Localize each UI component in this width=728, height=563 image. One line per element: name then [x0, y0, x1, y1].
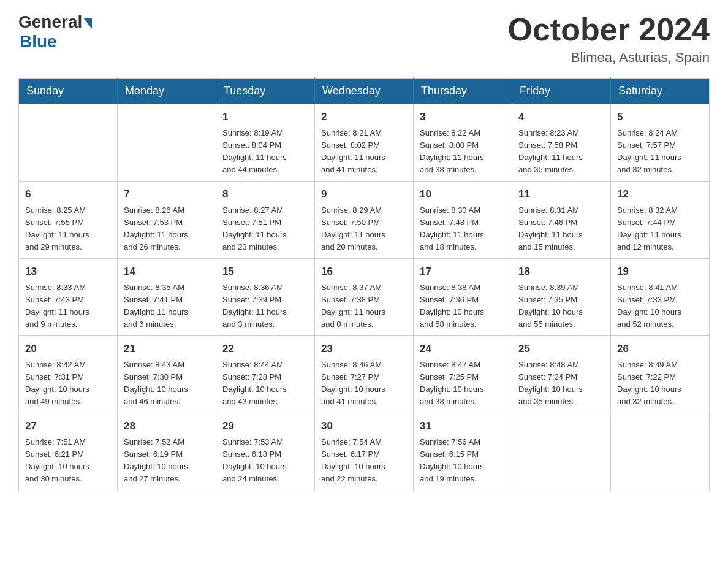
calendar-cell: 6Sunrise: 8:25 AM Sunset: 7:55 PM Daylig…: [19, 182, 118, 259]
day-number: 8: [222, 186, 308, 202]
day-info: Sunrise: 8:27 AM Sunset: 7:51 PM Dayligh…: [222, 204, 308, 254]
calendar-day-header-saturday: Saturday: [611, 79, 710, 104]
day-number: 10: [420, 186, 506, 202]
day-info: Sunrise: 8:19 AM Sunset: 8:04 PM Dayligh…: [222, 127, 308, 177]
day-info: Sunrise: 8:49 AM Sunset: 7:22 PM Dayligh…: [617, 359, 703, 408]
day-number: 27: [25, 418, 111, 434]
calendar-cell: 1Sunrise: 8:19 AM Sunset: 8:04 PM Daylig…: [216, 104, 315, 182]
calendar-cell: 17Sunrise: 8:38 AM Sunset: 7:36 PM Dayli…: [414, 259, 512, 336]
calendar-cell: 31Sunrise: 7:56 AM Sunset: 6:15 PM Dayli…: [414, 413, 512, 491]
day-number: 15: [222, 264, 308, 280]
day-info: Sunrise: 8:31 AM Sunset: 7:46 PM Dayligh…: [518, 204, 604, 254]
calendar-cell: 11Sunrise: 8:31 AM Sunset: 7:46 PM Dayli…: [512, 182, 611, 259]
calendar-table: SundayMondayTuesdayWednesdayThursdayFrid…: [18, 78, 710, 491]
calendar-cell: 22Sunrise: 8:44 AM Sunset: 7:28 PM Dayli…: [216, 336, 315, 413]
day-number: 22: [222, 341, 308, 357]
day-info: Sunrise: 8:38 AM Sunset: 7:36 PM Dayligh…: [420, 282, 506, 331]
logo-blue-text: Blue: [20, 32, 57, 52]
day-number: 26: [617, 341, 703, 357]
logo-arrow-icon: [83, 18, 92, 29]
calendar-cell: 19Sunrise: 8:41 AM Sunset: 7:33 PM Dayli…: [611, 259, 710, 336]
page-header: General Blue October 2024 Blimea, Asturi…: [18, 12, 710, 66]
day-number: 5: [617, 109, 703, 125]
day-number: 24: [420, 341, 506, 357]
calendar-day-header-friday: Friday: [512, 79, 611, 104]
title-area: October 2024 Blimea, Asturias, Spain: [508, 12, 710, 66]
day-info: Sunrise: 8:24 AM Sunset: 7:57 PM Dayligh…: [617, 127, 703, 177]
day-number: 2: [321, 109, 407, 125]
day-info: Sunrise: 8:25 AM Sunset: 7:55 PM Dayligh…: [25, 204, 111, 254]
calendar-cell: 25Sunrise: 8:48 AM Sunset: 7:24 PM Dayli…: [512, 336, 611, 413]
calendar-cell: 10Sunrise: 8:30 AM Sunset: 7:48 PM Dayli…: [414, 182, 512, 259]
month-title: October 2024: [508, 12, 710, 47]
day-info: Sunrise: 8:48 AM Sunset: 7:24 PM Dayligh…: [518, 359, 604, 408]
calendar-cell: 15Sunrise: 8:36 AM Sunset: 7:39 PM Dayli…: [216, 259, 315, 336]
logo: General Blue: [18, 12, 92, 52]
calendar-day-header-monday: Monday: [118, 79, 216, 104]
day-number: 28: [124, 418, 210, 434]
day-number: 13: [25, 264, 111, 280]
day-info: Sunrise: 8:30 AM Sunset: 7:48 PM Dayligh…: [420, 204, 506, 254]
day-number: 23: [321, 341, 407, 357]
calendar-cell: 30Sunrise: 7:54 AM Sunset: 6:17 PM Dayli…: [315, 413, 414, 491]
calendar-week-row: 1Sunrise: 8:19 AM Sunset: 8:04 PM Daylig…: [19, 104, 710, 182]
day-number: 17: [420, 264, 506, 280]
day-number: 31: [420, 418, 506, 434]
calendar-cell: 3Sunrise: 8:22 AM Sunset: 8:00 PM Daylig…: [414, 104, 512, 182]
calendar-week-row: 20Sunrise: 8:42 AM Sunset: 7:31 PM Dayli…: [19, 336, 710, 413]
calendar-cell: 9Sunrise: 8:29 AM Sunset: 7:50 PM Daylig…: [315, 182, 414, 259]
day-info: Sunrise: 7:52 AM Sunset: 6:19 PM Dayligh…: [124, 436, 210, 486]
calendar-day-header-wednesday: Wednesday: [315, 79, 414, 104]
day-info: Sunrise: 8:47 AM Sunset: 7:25 PM Dayligh…: [420, 359, 506, 408]
day-info: Sunrise: 7:51 AM Sunset: 6:21 PM Dayligh…: [25, 436, 111, 486]
day-number: 16: [321, 264, 407, 280]
day-number: 4: [518, 109, 604, 125]
day-info: Sunrise: 8:37 AM Sunset: 7:38 PM Dayligh…: [321, 282, 407, 331]
day-number: 30: [321, 418, 407, 434]
calendar-cell: 8Sunrise: 8:27 AM Sunset: 7:51 PM Daylig…: [216, 182, 315, 259]
calendar-cell: 23Sunrise: 8:46 AM Sunset: 7:27 PM Dayli…: [315, 336, 414, 413]
calendar-cell: 5Sunrise: 8:24 AM Sunset: 7:57 PM Daylig…: [611, 104, 710, 182]
day-info: Sunrise: 8:33 AM Sunset: 7:43 PM Dayligh…: [25, 282, 111, 331]
day-info: Sunrise: 8:39 AM Sunset: 7:35 PM Dayligh…: [518, 282, 604, 331]
day-info: Sunrise: 8:21 AM Sunset: 8:02 PM Dayligh…: [321, 127, 407, 177]
day-number: 25: [518, 341, 604, 357]
calendar-cell: [19, 104, 118, 182]
calendar-header-row: SundayMondayTuesdayWednesdayThursdayFrid…: [19, 79, 710, 104]
day-info: Sunrise: 8:35 AM Sunset: 7:41 PM Dayligh…: [124, 282, 210, 331]
calendar-day-header-thursday: Thursday: [414, 79, 512, 104]
day-info: Sunrise: 8:36 AM Sunset: 7:39 PM Dayligh…: [222, 282, 308, 331]
day-info: Sunrise: 8:42 AM Sunset: 7:31 PM Dayligh…: [25, 359, 111, 408]
calendar-week-row: 27Sunrise: 7:51 AM Sunset: 6:21 PM Dayli…: [19, 413, 710, 491]
logo-general-text: General: [18, 12, 82, 32]
day-info: Sunrise: 8:32 AM Sunset: 7:44 PM Dayligh…: [617, 204, 703, 254]
calendar-cell: [512, 413, 611, 491]
calendar-week-row: 6Sunrise: 8:25 AM Sunset: 7:55 PM Daylig…: [19, 182, 710, 259]
location-title: Blimea, Asturias, Spain: [508, 50, 710, 66]
calendar-cell: 26Sunrise: 8:49 AM Sunset: 7:22 PM Dayli…: [611, 336, 710, 413]
calendar-cell: [611, 413, 710, 491]
day-info: Sunrise: 8:26 AM Sunset: 7:53 PM Dayligh…: [124, 204, 210, 254]
day-number: 12: [617, 186, 703, 202]
calendar-cell: 12Sunrise: 8:32 AM Sunset: 7:44 PM Dayli…: [611, 182, 710, 259]
day-number: 11: [518, 186, 604, 202]
calendar-cell: 20Sunrise: 8:42 AM Sunset: 7:31 PM Dayli…: [19, 336, 118, 413]
day-number: 19: [617, 264, 703, 280]
day-info: Sunrise: 8:29 AM Sunset: 7:50 PM Dayligh…: [321, 204, 407, 254]
day-number: 9: [321, 186, 407, 202]
calendar-week-row: 13Sunrise: 8:33 AM Sunset: 7:43 PM Dayli…: [19, 259, 710, 336]
day-number: 21: [124, 341, 210, 357]
day-number: 1: [222, 109, 308, 125]
calendar-cell: 13Sunrise: 8:33 AM Sunset: 7:43 PM Dayli…: [19, 259, 118, 336]
calendar-cell: 24Sunrise: 8:47 AM Sunset: 7:25 PM Dayli…: [414, 336, 512, 413]
calendar-cell: 18Sunrise: 8:39 AM Sunset: 7:35 PM Dayli…: [512, 259, 611, 336]
calendar-cell: 28Sunrise: 7:52 AM Sunset: 6:19 PM Dayli…: [118, 413, 216, 491]
day-info: Sunrise: 8:41 AM Sunset: 7:33 PM Dayligh…: [617, 282, 703, 331]
day-info: Sunrise: 8:43 AM Sunset: 7:30 PM Dayligh…: [124, 359, 210, 408]
calendar-cell: 7Sunrise: 8:26 AM Sunset: 7:53 PM Daylig…: [118, 182, 216, 259]
day-info: Sunrise: 8:23 AM Sunset: 7:58 PM Dayligh…: [518, 127, 604, 177]
day-number: 20: [25, 341, 111, 357]
day-info: Sunrise: 7:53 AM Sunset: 6:18 PM Dayligh…: [222, 436, 308, 486]
calendar-cell: 16Sunrise: 8:37 AM Sunset: 7:38 PM Dayli…: [315, 259, 414, 336]
calendar-cell: 29Sunrise: 7:53 AM Sunset: 6:18 PM Dayli…: [216, 413, 315, 491]
